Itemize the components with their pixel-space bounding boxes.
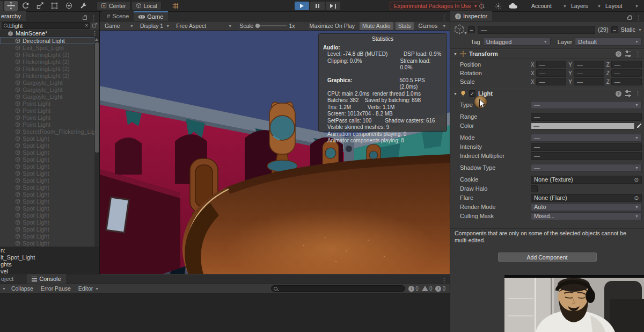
hierarchy-item[interactable]: SecretRoom_Flickering_Light [0, 128, 94, 135]
editor-dropdown[interactable]: Editor▼ [76, 285, 101, 292]
scroll-up-icon[interactable] [95, 38, 98, 41]
clear-search-icon[interactable]: × [85, 23, 88, 28]
hierarchy-item[interactable]: Spot Light [0, 170, 94, 177]
transform-component-header[interactable]: ▼ Transform ?⋮ [450, 49, 644, 59]
rotation-y-field[interactable]: — [574, 69, 604, 77]
scale-x-field[interactable]: — [536, 78, 567, 85]
game-viewport[interactable]: Statistics Audio: Level: -74.8 dB (MUTED… [100, 31, 450, 274]
scale-slider-knob[interactable] [255, 24, 260, 28]
hierarchy-item[interactable]: Spot Light [0, 226, 94, 233]
hierarchy-item[interactable]: FlickeringLight (2) [0, 58, 94, 65]
tab-hierarchy[interactable]: erarchy [0, 11, 26, 21]
draw-halo-checkbox[interactable] [531, 185, 538, 192]
panel-menu-icon[interactable]: ⋮ [441, 278, 447, 284]
lock-icon[interactable] [627, 17, 632, 20]
hierarchy-item[interactable]: Gargoyle_Light [0, 86, 94, 93]
mode-dropdown[interactable]: —▼ [531, 134, 642, 142]
culling-mask-dropdown[interactable]: Mixed...▼ [531, 212, 642, 220]
eyedropper-icon[interactable] [636, 123, 642, 128]
hierarchy-item[interactable]: Spot Light [0, 177, 94, 184]
hierarchy-search-input[interactable]: t:light × [2, 22, 90, 29]
rotate-tool-button[interactable] [19, 1, 32, 11]
experimental-packages-warning[interactable]: Experimental Packages In Use▼ [390, 2, 482, 10]
hierarchy-item[interactable]: Point Light [0, 107, 94, 114]
pause-button[interactable] [310, 2, 325, 10]
help-icon[interactable]: ? [616, 91, 621, 97]
layers-menu[interactable]: Layers▼ [571, 0, 601, 12]
hierarchy-item[interactable]: Spot Light [0, 184, 94, 191]
hierarchy-item[interactable]: Point Light [0, 114, 94, 121]
info-bubble-filter-button[interactable]: !0 [408, 286, 419, 292]
scale-slider[interactable] [255, 25, 287, 26]
tag-dropdown[interactable]: Untagged▼ [483, 38, 551, 46]
indirect-multiplier-field[interactable]: — [531, 152, 642, 160]
progress-button[interactable] [495, 0, 502, 12]
intensity-field[interactable]: — [531, 143, 642, 151]
layout-menu[interactable]: Layout▼ [605, 0, 639, 12]
lock-icon[interactable] [83, 17, 87, 20]
hierarchy-item[interactable]: FlickeringLight (2) [0, 65, 94, 72]
presets-icon[interactable] [625, 52, 631, 56]
mute-audio-toggle[interactable]: Mute Audio [360, 22, 393, 30]
position-z-field[interactable]: — [611, 61, 642, 68]
play-button[interactable] [295, 2, 309, 10]
pivot-mode-button[interactable]: Center [97, 1, 130, 10]
pan-tool-button-partial[interactable] [0, 1, 3, 11]
hierarchy-item[interactable]: Spot Light [0, 212, 94, 219]
transform-tool-button[interactable] [62, 1, 76, 11]
console-search-input[interactable] [271, 285, 405, 292]
hierarchy-item[interactable]: Directional Light [0, 37, 94, 44]
gameobject-name-field[interactable]: — [478, 26, 595, 34]
cookie-object-field[interactable]: None (Texture)⊙ [531, 176, 642, 184]
panel-menu-icon[interactable]: ⋮ [635, 15, 641, 21]
rect-tool-button[interactable] [48, 1, 61, 11]
gizmos-dropdown[interactable]: Gizmos [416, 22, 441, 30]
panel-menu-icon[interactable]: ⋮ [91, 15, 97, 21]
hierarchy-item[interactable]: Spot Light [0, 156, 94, 163]
foldout-icon[interactable]: ▼ [453, 52, 457, 56]
move-tool-button[interactable] [4, 1, 18, 11]
rotation-x-field[interactable]: — [536, 69, 567, 77]
hierarchy-item[interactable]: Spot Light [0, 142, 94, 149]
custom-tool-button[interactable] [77, 1, 90, 11]
error-circle-filter-button[interactable]: !0 [435, 286, 445, 292]
gizmos-caret-icon[interactable]: ▼ [442, 24, 446, 28]
hierarchy-item[interactable]: Exit_Spot_Light [0, 44, 94, 51]
hierarchy-item[interactable]: Spot Light [0, 205, 94, 212]
position-y-field[interactable]: — [574, 61, 604, 68]
icon-picker-caret[interactable]: ▼ [464, 31, 467, 35]
shadow-type-dropdown[interactable]: —▼ [531, 164, 642, 172]
hierarchy-item[interactable]: Spot Light [0, 198, 94, 205]
active-checkbox[interactable]: – [468, 26, 475, 33]
scale-z-field[interactable]: — [611, 78, 642, 85]
light-component-header[interactable]: ▼ ✓ Light ?⋮ [450, 89, 644, 98]
aspect-dropdown[interactable]: Free Aspect▼ [174, 22, 234, 30]
hierarchy-item[interactable]: Gargoyle_Light [0, 93, 94, 100]
hierarchy-item[interactable]: FlickeringLight (2) [0, 72, 94, 79]
error-pause-toggle[interactable]: Error Pause [39, 285, 73, 292]
hierarchy-item[interactable]: Spot Light [0, 240, 94, 247]
rotation-z-field[interactable]: — [611, 69, 642, 77]
scale-tool-button[interactable] [33, 1, 47, 11]
tab-inspector[interactable]: iInspector [450, 11, 492, 21]
help-icon[interactable]: ? [616, 51, 621, 57]
display-mode-dropdown[interactable]: Game▼ [103, 22, 136, 30]
scrollbar-thumb[interactable] [95, 42, 99, 153]
color-swatch[interactable]: — [531, 122, 635, 129]
handle-space-button[interactable]: Local [131, 1, 162, 10]
scene-header-row[interactable]: MainScene* ⋮ [0, 30, 99, 37]
maximize-on-play-toggle[interactable]: Maximize On Play [306, 22, 357, 30]
cloud-button[interactable] [509, 0, 518, 12]
foldout-icon[interactable]: ▼ [453, 92, 457, 96]
hierarchy-item[interactable]: FlickeringLight (2) [0, 51, 94, 58]
layer-dropdown[interactable]: Default▼ [575, 38, 642, 46]
range-field[interactable]: — [531, 113, 642, 121]
display-dropdown[interactable]: Display 1▼ [138, 22, 172, 30]
render-mode-dropdown[interactable]: Auto▼ [531, 203, 642, 211]
search-button[interactable] [479, 0, 484, 12]
step-button[interactable] [326, 2, 340, 10]
tab-console[interactable]: Console [27, 274, 65, 284]
add-component-button[interactable]: Add Component [498, 252, 597, 262]
flare-object-field[interactable]: None (Flare)⊙ [531, 194, 642, 202]
warning-triangle-filter-button[interactable]: 0 [422, 286, 433, 292]
